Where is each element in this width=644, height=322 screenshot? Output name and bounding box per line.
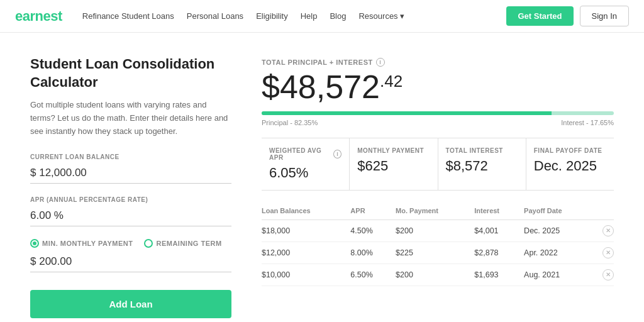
apr-group: APR (ANNUAL PERCENTAGE RATE) <box>30 196 231 226</box>
progress-bar-fill <box>262 111 552 115</box>
cell-apr: 8.00% <box>350 242 396 264</box>
cell-delete[interactable]: ✕ <box>595 264 614 286</box>
stat-weighted-apr-value: 6.05% <box>269 165 341 181</box>
stat-weighted-apr: WEIGHTED AVG APR i 6.05% <box>262 138 350 190</box>
loan-table: Loan Balances APR Mo. Payment Interest P… <box>262 203 614 286</box>
principal-label: Principal - 82.35% <box>262 119 318 126</box>
nav-eligibility[interactable]: Eligibility <box>256 11 288 21</box>
payment-type-row: MIN. MONTHLY PAYMENT REMAINING TERM <box>30 239 231 248</box>
stat-weighted-apr-label: WEIGHTED AVG APR i <box>269 147 341 161</box>
total-info-icon[interactable]: i <box>376 58 385 67</box>
balance-label: CURRENT LOAN BALANCE <box>30 153 231 160</box>
cell-interest: $4,001 <box>474 220 524 242</box>
col-apr: APR <box>350 203 396 220</box>
col-payoff: Payoff Date <box>524 203 595 220</box>
add-loan-button[interactable]: Add Loan <box>30 290 231 318</box>
stat-payoff-date-value: Dec. 2025 <box>534 158 606 174</box>
logo[interactable]: earnest <box>15 8 62 25</box>
stat-payoff-date-label: FINAL PAYOFF DATE <box>534 147 606 154</box>
table-row: $18,000 4.50% $200 $4,001 Dec. 2025 ✕ <box>262 220 614 242</box>
sign-in-button[interactable]: Sign In <box>580 6 629 26</box>
col-payment: Mo. Payment <box>396 203 474 220</box>
progress-labels: Principal - 82.35% Interest - 17.65% <box>262 119 614 126</box>
cell-payment: $225 <box>396 242 474 264</box>
cell-delete[interactable]: ✕ <box>595 220 614 242</box>
min-payment-radio[interactable]: MIN. MONTHLY PAYMENT <box>30 239 133 248</box>
table-row: $10,000 6.50% $200 $1,693 Aug. 2021 ✕ <box>262 264 614 286</box>
total-amount: $48,572.42 <box>262 69 614 105</box>
stat-monthly-payment: MONTHLY PAYMENT $625 <box>350 138 438 190</box>
stats-row: WEIGHTED AVG APR i 6.05% MONTHLY PAYMENT… <box>262 138 614 191</box>
monthly-payment-group <box>30 253 231 272</box>
nav-resources[interactable]: Resources ▾ <box>358 11 404 21</box>
remaining-term-label: REMAINING TERM <box>156 240 221 247</box>
balance-group: CURRENT LOAN BALANCE <box>30 153 231 184</box>
cell-delete[interactable]: ✕ <box>595 242 614 264</box>
main-nav: Refinance Student Loans Personal Loans E… <box>82 11 507 21</box>
delete-row-button[interactable]: ✕ <box>602 247 614 258</box>
balance-input[interactable] <box>30 164 231 184</box>
stat-total-interest-value: $8,572 <box>446 158 518 174</box>
radio-filled-icon <box>30 239 39 248</box>
apr-label: APR (ANNUAL PERCENTAGE RATE) <box>30 196 231 203</box>
stat-monthly-payment-label: MONTHLY PAYMENT <box>357 147 430 154</box>
cell-interest: $2,878 <box>474 242 524 264</box>
remaining-term-radio[interactable]: REMAINING TERM <box>144 239 221 248</box>
min-payment-label: MIN. MONTHLY PAYMENT <box>42 240 133 247</box>
total-whole: $48,572 <box>262 69 380 105</box>
delete-row-button[interactable]: ✕ <box>602 225 614 236</box>
total-label: TOTAL PRINCIPAL + INTEREST i <box>262 58 614 67</box>
cell-payoff: Apr. 2022 <box>524 242 595 264</box>
stat-total-interest: TOTAL INTEREST $8,572 <box>438 138 526 190</box>
calculator-title: Student Loan Consolidation Calculator <box>30 55 231 91</box>
results-panel: TOTAL PRINCIPAL + INTEREST i $48,572.42 … <box>262 55 614 318</box>
stat-monthly-payment-value: $625 <box>357 158 430 174</box>
calculator-description: Got multiple student loans with varying … <box>30 99 231 138</box>
cell-interest: $1,693 <box>474 264 524 286</box>
radio-empty-icon <box>144 239 153 248</box>
apr-input[interactable] <box>30 207 231 226</box>
apr-info-icon[interactable]: i <box>333 150 341 158</box>
cell-payoff: Aug. 2021 <box>524 264 595 286</box>
col-action <box>595 203 614 220</box>
calculator-panel: Student Loan Consolidation Calculator Go… <box>30 55 231 318</box>
cell-payoff: Dec. 2025 <box>524 220 595 242</box>
total-cents: .42 <box>380 72 402 91</box>
get-started-button[interactable]: Get Started <box>506 6 573 26</box>
nav-refinance[interactable]: Refinance Student Loans <box>82 11 174 21</box>
header-actions: Get Started Sign In <box>506 6 629 26</box>
cell-payment: $200 <box>396 264 474 286</box>
stat-payoff-date: FINAL PAYOFF DATE Dec. 2025 <box>526 138 614 190</box>
nav-blog[interactable]: Blog <box>330 11 346 21</box>
delete-row-button[interactable]: ✕ <box>602 269 614 280</box>
cell-balance: $18,000 <box>262 220 350 242</box>
cell-apr: 6.50% <box>350 264 396 286</box>
cell-apr: 4.50% <box>350 220 396 242</box>
col-balance: Loan Balances <box>262 203 350 220</box>
monthly-payment-input[interactable] <box>30 253 231 272</box>
col-interest: Interest <box>474 203 524 220</box>
cell-payment: $200 <box>396 220 474 242</box>
cell-balance: $10,000 <box>262 264 350 286</box>
stat-total-interest-label: TOTAL INTEREST <box>446 147 518 154</box>
progress-bar-wrap <box>262 111 614 115</box>
table-row: $12,000 8.00% $225 $2,878 Apr. 2022 ✕ <box>262 242 614 264</box>
nav-help[interactable]: Help <box>301 11 318 21</box>
interest-label: Interest - 17.65% <box>561 119 614 126</box>
nav-personal-loans[interactable]: Personal Loans <box>187 11 243 21</box>
cell-balance: $12,000 <box>262 242 350 264</box>
